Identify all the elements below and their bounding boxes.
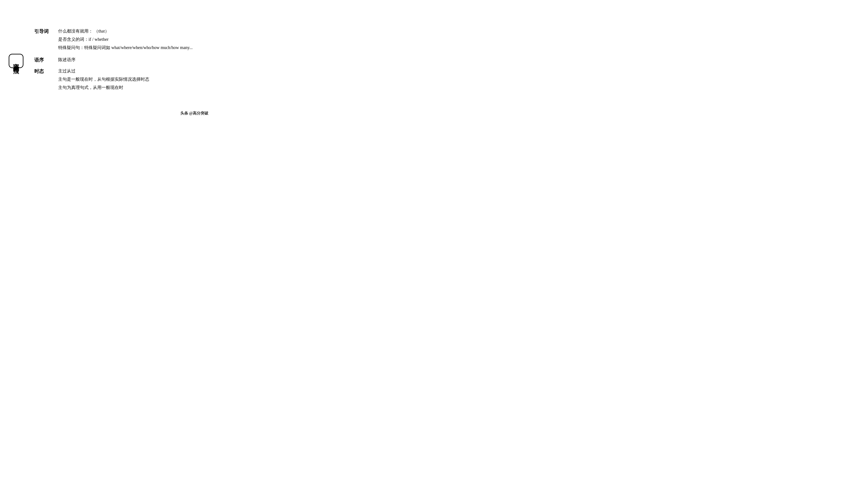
tense-content: 主过从过 主句是一般现在时，从句根据实际情况选择时态 主句为真理句式，从用一般现…: [58, 68, 149, 91]
title-box: 宾语从句考点: [9, 54, 24, 68]
word-order-label: 语序: [34, 56, 52, 63]
conjunctions-label: 引导词: [34, 28, 52, 35]
tense-line-1: 主过从过: [58, 68, 149, 74]
conjunctions-line-2: 是否含义的词：if / whether: [58, 36, 193, 42]
watermark: 头条 @高分突破: [180, 110, 208, 116]
page-container: 宾语从句考点 引导词 什么都没有就用： （that） 是否含义的词：if / w…: [0, 0, 217, 122]
content-area: 引导词 什么都没有就用： （that） 是否含义的词：if / whether …: [34, 28, 208, 94]
conjunctions-content: 什么都没有就用： （that） 是否含义的词：if / whether 特殊疑问…: [58, 28, 193, 51]
section-conjunctions: 引导词 什么都没有就用： （that） 是否含义的词：if / whether …: [34, 28, 208, 51]
tense-label: 时态: [34, 68, 52, 75]
word-order-content: 陈述语序: [58, 56, 75, 63]
tense-line-2: 主句是一般现在时，从句根据实际情况选择时态: [58, 76, 149, 83]
main-title: 宾语从句考点: [12, 58, 20, 64]
conjunctions-line-1: 什么都没有就用： （that）: [58, 28, 193, 34]
section-tense: 时态 主过从过 主句是一般现在时，从句根据实际情况选择时态 主句为真理句式，从用…: [34, 68, 208, 91]
section-word-order: 语序 陈述语序: [34, 56, 208, 63]
conjunctions-line-3: 特殊疑问句：特殊疑问词如 what/where/when/who/how muc…: [58, 44, 193, 51]
tense-line-3: 主句为真理句式，从用一般现在时: [58, 84, 149, 91]
word-order-line-1: 陈述语序: [58, 56, 75, 63]
